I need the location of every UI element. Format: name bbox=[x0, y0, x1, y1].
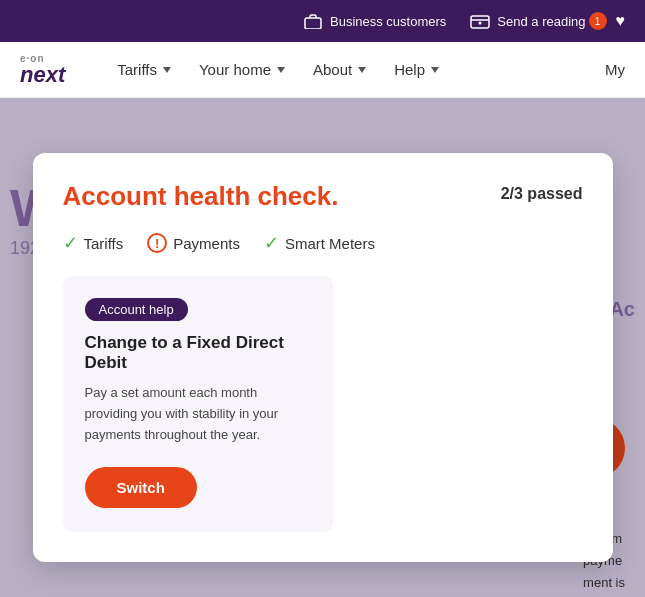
modal-title: Account health check. bbox=[63, 181, 339, 212]
card-title: Change to a Fixed Direct Debit bbox=[85, 333, 311, 373]
send-reading-link[interactable]: Send a reading 1 ♥ bbox=[470, 11, 625, 31]
top-bar: Business customers Send a reading 1 ♥ bbox=[0, 0, 645, 42]
logo[interactable]: e·on next bbox=[20, 53, 65, 86]
check-payments: ! Payments bbox=[147, 233, 240, 253]
chevron-down-icon bbox=[163, 67, 171, 73]
modal-overlay: Account health check. 2/3 passed ✓ Tarif… bbox=[0, 98, 645, 597]
check-tariffs: ✓ Tariffs bbox=[63, 232, 124, 254]
modal-header: Account health check. 2/3 passed bbox=[63, 181, 583, 212]
card: Account help Change to a Fixed Direct De… bbox=[63, 276, 333, 532]
card-badge: Account help bbox=[85, 298, 188, 321]
meter-icon bbox=[470, 11, 490, 31]
check-smart-meters: ✓ Smart Meters bbox=[264, 232, 375, 254]
nav-help[interactable]: Help bbox=[382, 53, 451, 86]
nav-tariffs[interactable]: Tariffs bbox=[105, 53, 183, 86]
nav-items: Tariffs Your home About Help bbox=[105, 53, 605, 86]
business-customers-label: Business customers bbox=[330, 14, 446, 29]
logo-next-text: next bbox=[20, 64, 65, 86]
check-warn-icon: ! bbox=[147, 233, 167, 253]
chevron-down-icon bbox=[431, 67, 439, 73]
chevron-down-icon bbox=[358, 67, 366, 73]
chevron-down-icon bbox=[277, 67, 285, 73]
main-background: Wo 192 G Ac t paym payme ment is s after… bbox=[0, 98, 645, 597]
svg-point-2 bbox=[479, 22, 482, 25]
nav-about[interactable]: About bbox=[301, 53, 378, 86]
check-pass-icon2: ✓ bbox=[264, 232, 279, 254]
nav-your-home[interactable]: Your home bbox=[187, 53, 297, 86]
svg-rect-0 bbox=[305, 18, 321, 29]
heart-icon: ♥ bbox=[616, 12, 626, 30]
send-reading-label: Send a reading bbox=[497, 14, 585, 29]
notification-badge: 1 bbox=[589, 12, 607, 30]
modal-checks: ✓ Tariffs ! Payments ✓ Smart Meters bbox=[63, 232, 583, 254]
nav-bar: e·on next Tariffs Your home About Help M… bbox=[0, 42, 645, 98]
switch-button[interactable]: Switch bbox=[85, 467, 197, 508]
briefcase-icon bbox=[303, 11, 323, 31]
card-description: Pay a set amount each month providing yo… bbox=[85, 383, 311, 445]
check-smart-meters-label: Smart Meters bbox=[285, 235, 375, 252]
nav-my[interactable]: My bbox=[605, 61, 625, 78]
check-payments-label: Payments bbox=[173, 235, 240, 252]
check-pass-icon: ✓ bbox=[63, 232, 78, 254]
modal-passed: 2/3 passed bbox=[501, 185, 583, 203]
check-tariffs-label: Tariffs bbox=[84, 235, 124, 252]
business-customers-link[interactable]: Business customers bbox=[303, 11, 446, 31]
modal: Account health check. 2/3 passed ✓ Tarif… bbox=[33, 153, 613, 562]
